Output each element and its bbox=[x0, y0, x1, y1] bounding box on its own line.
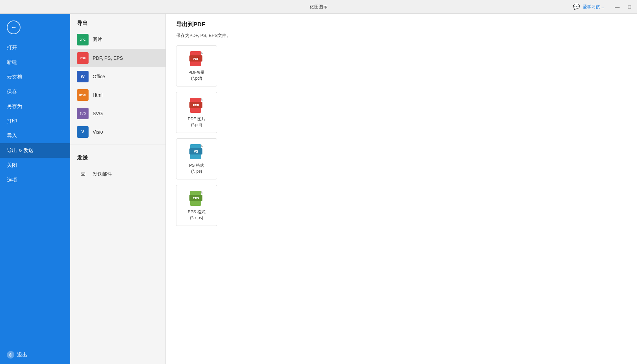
menu-item-svg[interactable]: SVG SVG bbox=[70, 104, 165, 123]
content-desc: 保存为PDF, PS, EPS文件。 bbox=[176, 32, 627, 39]
export-cards-grid: PDF PDF矢量 (*.pdf) PDF bbox=[176, 45, 627, 226]
jpg-icon: JPG bbox=[77, 34, 89, 45]
svg-text:EPS: EPS bbox=[193, 197, 199, 200]
titlebar: 亿图图示 💬 爱学习的... — □ bbox=[0, 0, 637, 14]
main-layout: ← 打开 新建 云文档 保存 另存为 打印 导入 bbox=[0, 14, 637, 364]
sidebar-item-saveas[interactable]: 另存为 bbox=[0, 99, 70, 114]
svg-marker-5 bbox=[201, 98, 203, 100]
titlebar-right: 💬 爱学习的... — □ bbox=[573, 3, 633, 10]
svg-text:PDF: PDF bbox=[193, 104, 199, 107]
exit-button[interactable]: ⊗ 退出 bbox=[7, 351, 63, 359]
pdf-icon: PDF bbox=[77, 52, 89, 64]
card-eps-format[interactable]: EPS EPS 格式 (*. eps) bbox=[176, 185, 217, 226]
card-pdf-image[interactable]: PDF PDF 图片 (*.pdf) bbox=[176, 92, 217, 133]
menu-item-email[interactable]: ✉ 发送邮件 bbox=[70, 165, 165, 184]
svg-marker-1 bbox=[201, 51, 203, 54]
sidebar-item-print[interactable]: 打印 bbox=[0, 114, 70, 129]
section-divider bbox=[70, 145, 165, 145]
email-icon: ✉ bbox=[77, 168, 89, 180]
card-ps-format-label: PS 格式 (*. ps) bbox=[189, 163, 204, 174]
menu-item-image[interactable]: JPG 图片 bbox=[70, 30, 165, 49]
menu-item-visio[interactable]: V Visio bbox=[70, 123, 165, 141]
svg-marker-9 bbox=[201, 144, 203, 147]
card-ps-format[interactable]: PS PS 格式 (*. ps) bbox=[176, 138, 217, 179]
eps-format-icon: EPS bbox=[189, 190, 204, 206]
card-pdf-image-label: PDF 图片 (*.pdf) bbox=[188, 116, 205, 128]
minimize-button[interactable]: — bbox=[614, 3, 621, 10]
svg-text:PS: PS bbox=[194, 150, 198, 153]
html-icon: HTML bbox=[77, 89, 89, 101]
sidebar-item-import[interactable]: 导入 bbox=[0, 129, 70, 143]
exit-icon: ⊗ bbox=[7, 351, 14, 359]
pdf-vector-icon: PDF bbox=[189, 51, 204, 67]
sidebar-item-export[interactable]: 导出 & 发送 bbox=[0, 143, 70, 158]
menu-item-pdf[interactable]: PDF PDF, PS, EPS bbox=[70, 49, 165, 67]
card-eps-format-label: EPS 格式 (*. eps) bbox=[188, 209, 205, 221]
word-icon: W bbox=[77, 71, 89, 82]
chat-icon: 💬 bbox=[573, 3, 580, 10]
sidebar-item-close[interactable]: 关闭 bbox=[0, 158, 70, 173]
export-section-header: 导出 bbox=[70, 14, 165, 30]
send-section-header: 发送 bbox=[70, 148, 165, 165]
sidebar-item-options[interactable]: 选项 bbox=[0, 173, 70, 187]
sidebar-item-new[interactable]: 新建 bbox=[0, 55, 70, 70]
svg-marker-13 bbox=[201, 191, 203, 193]
content-title: 导出到PDF bbox=[176, 21, 627, 28]
app-title: 亿图图示 bbox=[310, 4, 328, 10]
sidebar-item-save[interactable]: 保存 bbox=[0, 84, 70, 99]
svg-icon: SVG bbox=[77, 108, 89, 119]
sidebar-back: ← bbox=[0, 14, 70, 38]
sidebar-nav: 打开 新建 云文档 保存 另存为 打印 导入 导出 & 发送 bbox=[0, 38, 70, 346]
user-link[interactable]: 爱学习的... bbox=[583, 4, 604, 10]
visio-icon: V bbox=[77, 126, 89, 138]
ps-format-icon: PS bbox=[189, 144, 204, 160]
svg-text:PDF: PDF bbox=[193, 57, 199, 60]
sidebar-item-cloud[interactable]: 云文档 bbox=[0, 70, 70, 84]
maximize-button[interactable]: □ bbox=[626, 3, 633, 10]
card-pdf-vector[interactable]: PDF PDF矢量 (*.pdf) bbox=[176, 45, 217, 86]
sidebar-bottom: ⊗ 退出 bbox=[0, 346, 70, 364]
sidebar: ← 打开 新建 云文档 保存 另存为 打印 导入 bbox=[0, 14, 70, 364]
content-panel: 导出到PDF 保存为PDF, PS, EPS文件。 PDF PDF矢量 (*.p… bbox=[166, 14, 637, 364]
menu-item-html[interactable]: HTML Html bbox=[70, 86, 165, 104]
pdf-image-icon: PDF bbox=[189, 97, 204, 113]
menu-item-office[interactable]: W Office bbox=[70, 67, 165, 86]
card-pdf-vector-label: PDF矢量 (*.pdf) bbox=[188, 70, 205, 81]
sidebar-item-open[interactable]: 打开 bbox=[0, 40, 70, 55]
middle-panel: 导出 JPG 图片 PDF PDF, PS, EPS W Office HTML… bbox=[70, 14, 166, 364]
back-button[interactable]: ← bbox=[7, 21, 21, 34]
